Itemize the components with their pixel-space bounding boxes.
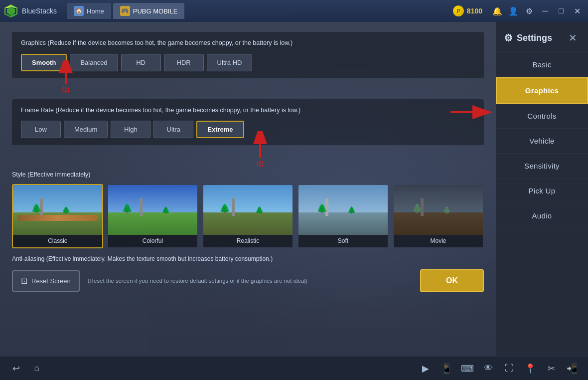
home-tab-icon: 🏠 <box>74 6 84 16</box>
colorful-tower <box>140 198 143 216</box>
phone-icon[interactable]: 📲 <box>564 361 580 377</box>
movie-tree1: 🌲 <box>412 203 423 214</box>
soft-tree1: 🌲 <box>316 203 327 214</box>
classic-tree2: 🌲 <box>62 206 70 214</box>
quality-ultrahd-btn[interactable]: Ultra HD <box>207 54 253 71</box>
soft-sky <box>298 185 388 215</box>
play-icon[interactable]: ▶ <box>418 361 434 377</box>
tab-home[interactable]: 🏠 Home <box>67 3 111 19</box>
style-movie-card[interactable]: 🌲 🌲 Movie <box>393 184 484 248</box>
soft-ground <box>298 212 388 235</box>
colorful-ground <box>108 212 197 235</box>
antialiasing-label: Anti-aliasing (Effective immediately. Ma… <box>12 255 484 262</box>
realistic-sky <box>203 185 293 215</box>
options-icon[interactable]: ⚙ <box>522 4 536 18</box>
maximize-button[interactable]: □ <box>554 4 568 18</box>
style-classic-card[interactable]: 🌲 🌲 Classic <box>12 184 103 248</box>
style-realistic-img: 🌲 🌲 <box>203 185 293 235</box>
location-icon[interactable]: 📍 <box>522 361 538 377</box>
sidebar-item-vehicle[interactable]: Vehicle <box>496 129 588 154</box>
soft-landscape: 🌲 🌲 <box>298 185 388 235</box>
sidebar-close-button[interactable]: ✕ <box>566 31 580 45</box>
framerate-low-btn[interactable]: Low <box>21 121 61 138</box>
classic-sky <box>13 185 102 215</box>
device-icon[interactable]: 📱 <box>439 361 454 377</box>
home-taskbar-icon[interactable]: ⌂ <box>29 361 45 377</box>
movie-tree2: 🌲 <box>442 206 451 214</box>
annotation-arrow-right <box>449 102 494 124</box>
sidebar-audio-label: Audio <box>532 211 552 220</box>
framerate-ultra-btn[interactable]: Ultra <box>153 121 193 138</box>
sidebar-item-sensitivity[interactable]: Sensitivity <box>496 154 588 179</box>
style-soft-card[interactable]: 🌲 🌲 Soft <box>297 184 389 248</box>
eye-icon[interactable]: 👁 <box>480 361 496 377</box>
sidebar-vehicle-label: Vehicle <box>529 137 554 145</box>
framerate-high-btn[interactable]: High <box>111 121 150 138</box>
quality-hdr-btn[interactable]: HDR <box>164 54 204 71</box>
ok-button[interactable]: OK <box>420 269 484 292</box>
quality-balanced-btn[interactable]: Balanced <box>70 54 118 71</box>
sidebar-item-audio[interactable]: Audio <box>496 203 588 228</box>
style-section: Style (Effective immediately) 🌲 🌲 <box>12 171 484 248</box>
annotation-arrow-2: (2) <box>251 131 269 167</box>
pubg-tab-icon: 🎮 <box>120 6 130 16</box>
annotation-arrow-1: (1) <box>57 60 75 93</box>
colorful-landscape: 🌲 🌲 <box>108 185 197 235</box>
style-colorful-label: Colorful <box>108 235 197 247</box>
reset-btn-label: Reset Screen <box>31 277 71 285</box>
realistic-tree1: 🌲 <box>219 203 230 214</box>
antialiasing-section: Anti-aliasing (Effective immediately. Ma… <box>12 255 484 262</box>
close-button[interactable]: ✕ <box>570 4 584 18</box>
coin-icon: P <box>453 5 464 16</box>
taskbar: ↩ ⌂ ▶ 📱 ⌨ 👁 ⛶ 📍 ✂ 📲 <box>0 356 588 380</box>
sidebar-graphics-label: Graphics <box>525 86 559 95</box>
sidebar-item-basic[interactable]: Basic <box>496 52 588 77</box>
colorful-tree1: 🌲 <box>122 203 133 214</box>
quality-label: Graphics (Reduce if the device becomes t… <box>21 39 475 48</box>
sidebar-sensitivity-label: Sensitivity <box>524 162 560 170</box>
notifications-icon[interactable]: 🔔 <box>490 4 504 18</box>
sidebar-header: ⚙ Settings ✕ <box>496 22 588 52</box>
style-movie-label: Movie <box>394 235 483 247</box>
fullscreen-icon[interactable]: ⛶ <box>501 361 517 377</box>
framerate-extreme-btn[interactable]: Extreme <box>196 121 244 138</box>
back-icon[interactable]: ↩ <box>8 361 24 377</box>
settings-gear-icon: ⚙ <box>504 32 513 44</box>
soft-tree2: 🌲 <box>347 206 356 214</box>
quality-section-box: Graphics (Reduce if the device becomes t… <box>12 32 484 78</box>
style-realistic-label: Realistic <box>203 235 293 247</box>
sidebar-item-pickup[interactable]: Pick Up <box>496 179 588 203</box>
minimize-button[interactable]: ─ <box>538 4 552 18</box>
tab-home-label: Home <box>87 7 104 15</box>
user-icon[interactable]: 👤 <box>506 4 520 18</box>
colorful-tree2: 🌲 <box>161 206 170 214</box>
coins-display: P 8100 <box>453 5 482 16</box>
tab-pubg[interactable]: 🎮 PUBG MOBILE <box>113 3 185 19</box>
style-colorful-card[interactable]: 🌲 🌲 Colorful <box>107 184 198 248</box>
style-classic-label: Classic <box>13 235 102 247</box>
classic-tree1: 🌲 <box>31 203 42 214</box>
tab-pubg-label: PUBG MOBILE <box>133 7 178 15</box>
reset-screen-button[interactable]: ⊡ Reset Screen <box>12 270 80 292</box>
sidebar-item-graphics[interactable]: Graphics <box>496 77 588 104</box>
bluestacks-logo <box>4 4 18 18</box>
classic-mountain <box>17 215 98 221</box>
arrow-up-1-icon <box>57 60 75 85</box>
keyboard-icon[interactable]: ⌨ <box>459 361 475 377</box>
framerate-medium-btn[interactable]: Medium <box>64 121 108 138</box>
style-realistic-card[interactable]: 🌲 🌲 Realistic <box>202 184 294 248</box>
movie-ground <box>394 212 483 235</box>
quality-hd-btn[interactable]: HD <box>121 54 161 71</box>
classic-landscape: 🌲 🌲 <box>13 185 102 235</box>
sidebar-title-label: Settings <box>517 33 552 43</box>
svg-marker-1 <box>7 7 15 15</box>
style-grid: 🌲 🌲 Classic 🌲 <box>12 184 484 248</box>
scissors-icon[interactable]: ✂ <box>543 361 559 377</box>
style-movie-img: 🌲 🌲 <box>394 185 483 235</box>
settings-sidebar: ⚙ Settings ✕ Basic Graphics Controls Veh… <box>496 22 588 356</box>
realistic-ground <box>203 212 293 235</box>
annotation-label-2: (2) <box>257 160 264 167</box>
quality-btn-row: Smooth Balanced HD HDR Ultra HD <box>21 54 475 71</box>
sidebar-item-controls[interactable]: Controls <box>496 104 588 129</box>
sidebar-title: ⚙ Settings <box>504 32 552 44</box>
